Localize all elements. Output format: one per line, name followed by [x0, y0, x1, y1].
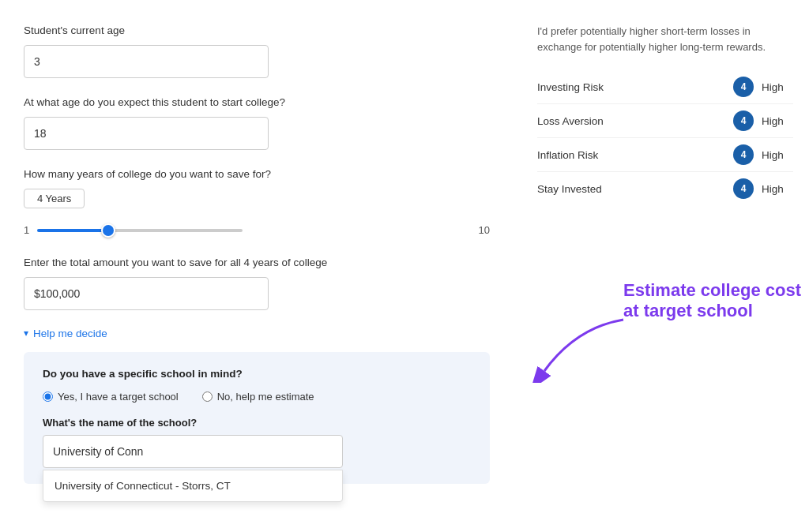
help-panel: Do you have a specific school in mind? Y… — [24, 352, 490, 484]
risk-row-stay: Stay Invested 4 High — [537, 172, 793, 205]
risk-name-stay: Stay Invested — [537, 183, 733, 195]
years-slider[interactable] — [37, 229, 243, 232]
slider-track — [37, 223, 470, 238]
help-link[interactable]: ▾ Help me decide — [24, 328, 490, 339]
risk-name-loss: Loss Aversion — [537, 115, 733, 127]
radio-yes-label: Yes, I have a target school — [58, 391, 179, 403]
radio-no-input[interactable] — [202, 392, 213, 402]
help-link-label: Help me decide — [33, 328, 107, 339]
annotation-text: Estimate college cost at target school — [623, 280, 801, 322]
radio-no-label: No, help me estimate — [217, 391, 314, 403]
radio-yes[interactable]: Yes, I have a target school — [43, 391, 179, 403]
slider-min: 1 — [24, 224, 29, 236]
annotation-line1: Estimate college cost — [623, 280, 801, 300]
risk-level-stay: High — [762, 183, 793, 195]
slider-row: 1 10 — [24, 223, 490, 238]
radio-no[interactable]: No, help me estimate — [202, 391, 314, 403]
slider-max: 10 — [479, 224, 490, 236]
college-age-input[interactable] — [24, 117, 269, 150]
college-age-label: At what age do you expect this student t… — [24, 96, 490, 111]
age-input[interactable] — [24, 45, 269, 78]
risk-level-loss: High — [762, 115, 793, 127]
total-label: Enter the total amount you want to save … — [24, 256, 490, 271]
risk-row-inflation: Inflation Risk 4 High — [537, 138, 793, 172]
risk-badge-investing: 4 — [733, 77, 754, 97]
risk-rows: Investing Risk 4 High Loss Aversion 4 Hi… — [537, 70, 793, 205]
risk-level-inflation: High — [762, 149, 793, 161]
school-input-wrapper: University of Connecticut - Storrs, CT — [43, 435, 343, 468]
right-panel: I'd prefer potentially higher short-term… — [521, 16, 809, 516]
total-field-group: Enter the total amount you want to save … — [24, 256, 490, 310]
risk-badge-inflation: 4 — [733, 144, 754, 165]
college-age-field-group: At what age do you expect this student t… — [24, 96, 490, 150]
radio-yes-input[interactable] — [43, 392, 53, 402]
total-input[interactable] — [24, 277, 269, 310]
chevron-down-icon: ▾ — [24, 328, 28, 339]
school-name-label: What's the name of the school? — [43, 417, 471, 429]
risk-row-loss: Loss Aversion 4 High — [537, 104, 793, 138]
annotation-line2: at target school — [623, 301, 753, 320]
risk-name-investing: Investing Risk — [537, 81, 733, 93]
radio-group: Yes, I have a target school No, help me … — [43, 391, 471, 403]
risk-name-inflation: Inflation Risk — [537, 149, 733, 161]
years-callout: 4 Years — [24, 189, 85, 208]
risk-level-investing: High — [762, 81, 793, 93]
risk-badge-stay: 4 — [733, 178, 754, 199]
help-panel-question: Do you have a specific school in mind? — [43, 368, 471, 380]
years-label: How many years of college do you want to… — [24, 167, 490, 182]
age-label: Student's current age — [24, 24, 490, 39]
risk-description: I'd prefer potentially higher short-term… — [537, 24, 793, 54]
annotation-arrow — [529, 312, 631, 383]
age-field-group: Student's current age — [24, 24, 490, 78]
years-field-group: How many years of college do you want to… — [24, 167, 490, 238]
risk-badge-loss: 4 — [733, 111, 754, 131]
school-dropdown: University of Connecticut - Storrs, CT — [43, 470, 343, 502]
dropdown-item-uconn[interactable]: University of Connecticut - Storrs, CT — [43, 470, 342, 501]
annotation: Estimate college cost at target school — [623, 280, 801, 322]
risk-row-investing: Investing Risk 4 High — [537, 70, 793, 104]
school-input[interactable] — [43, 435, 343, 468]
